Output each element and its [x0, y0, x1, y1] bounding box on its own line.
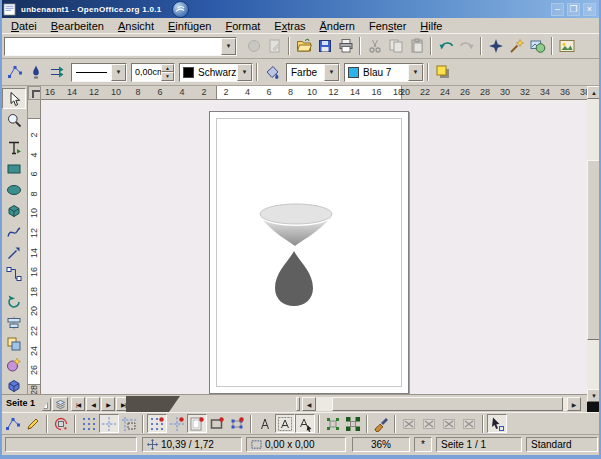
cut-button[interactable] — [364, 36, 385, 56]
scroll-left-button[interactable]: ◀ — [302, 397, 316, 411]
pick-object-button[interactable] — [487, 414, 507, 433]
rectangle-button[interactable] — [2, 158, 26, 179]
scroll-down-button[interactable]: ▼ — [587, 389, 601, 402]
fill-style-dropdown-button[interactable]: ▼ — [324, 64, 339, 81]
redo-button[interactable] — [456, 36, 477, 56]
edit-file-button[interactable] — [264, 36, 285, 56]
page[interactable] — [209, 111, 409, 394]
zoom-tool-icon — [6, 112, 22, 128]
zoom-button[interactable] — [506, 36, 527, 56]
snap-to-grid-button[interactable] — [147, 414, 167, 433]
print-button[interactable] — [335, 36, 356, 56]
line-ends-button[interactable] — [46, 62, 67, 82]
tab-nav-previous-button[interactable]: ◀ — [86, 397, 100, 411]
connector-button[interactable] — [2, 263, 26, 284]
menu-item-ansicht[interactable]: Ansicht — [111, 20, 161, 32]
canvas[interactable] — [41, 100, 587, 394]
url-input[interactable] — [5, 39, 221, 54]
line-style-select[interactable]: ▼ — [71, 63, 127, 82]
objects-3d-button[interactable] — [2, 200, 26, 221]
line-pen-button[interactable] — [25, 62, 46, 82]
menu-item-extras[interactable]: Extras — [267, 20, 312, 32]
show-helplines-button[interactable] — [99, 414, 119, 433]
arrange-button[interactable] — [2, 333, 26, 354]
shadow-button[interactable] — [432, 62, 453, 82]
maximize-button[interactable]: ❐ — [567, 3, 580, 16]
zoom-tool-button[interactable] — [2, 109, 26, 130]
menu-item-format[interactable]: Format — [218, 20, 267, 32]
line-style-dropdown-button[interactable]: ▼ — [111, 64, 126, 81]
menu-item-bearbeiten[interactable]: Bearbeiten — [44, 20, 111, 32]
create-perspective-button[interactable] — [459, 414, 479, 433]
navigator-button[interactable] — [485, 36, 506, 56]
vertical-scrollbar[interactable]: ▲ ▼ — [587, 86, 601, 402]
edit-points-button[interactable] — [3, 414, 23, 433]
create-3d-button[interactable] — [439, 414, 459, 433]
area-fill-button[interactable] — [261, 62, 282, 82]
show-grid-button[interactable] — [79, 414, 99, 433]
line-width-value[interactable]: 0,00cm — [132, 64, 161, 81]
status-zoom-field[interactable]: 36% — [352, 437, 410, 452]
rotation-mode-button[interactable] — [51, 414, 71, 433]
line-width-stepper[interactable]: 0,00cm ▲ ▼ — [131, 63, 175, 82]
tabbar-splitter[interactable] — [296, 397, 300, 411]
snap-to-object-points-button[interactable] — [227, 414, 247, 433]
horizontal-scroll-thumb[interactable] — [332, 397, 563, 411]
fill-color-dropdown-button[interactable]: ▼ — [408, 64, 423, 81]
view-layer-button[interactable] — [52, 397, 68, 411]
url-dropdown-button[interactable]: ▼ — [221, 38, 236, 55]
fill-style-select[interactable]: Farbe ▼ — [286, 63, 340, 82]
close-button[interactable]: × — [583, 3, 596, 16]
stop-button[interactable] — [243, 36, 264, 56]
undo-button[interactable] — [435, 36, 456, 56]
create-rotated-button[interactable] — [399, 414, 419, 433]
horizontal-scroll-track[interactable] — [316, 397, 567, 411]
lines-arrows-button[interactable] — [2, 242, 26, 263]
menu-item-fenster[interactable]: Fenster — [362, 20, 413, 32]
copy-button[interactable] — [385, 36, 406, 56]
paste-button[interactable] — [406, 36, 427, 56]
menu-item-hilfe[interactable]: Hilfe — [413, 20, 449, 32]
funnel-drop-drawing[interactable] — [251, 199, 341, 311]
snap-to-helplines-button[interactable] — [167, 414, 187, 433]
quick-edit-button[interactable] — [255, 414, 275, 433]
tab-nav-next-button[interactable]: ▶ — [101, 397, 115, 411]
tab-nav-first-button[interactable]: |◀ — [71, 397, 85, 411]
simple-handles-button[interactable] — [323, 414, 343, 433]
large-handles-button[interactable] — [343, 414, 363, 433]
save-button[interactable] — [314, 36, 335, 56]
line-color-dropdown-button[interactable]: ▼ — [237, 64, 252, 81]
line-color-select[interactable]: Schwarz ▼ — [179, 63, 253, 82]
select-button[interactable] — [2, 88, 26, 109]
ellipse-button[interactable] — [2, 179, 26, 200]
scroll-right-button[interactable]: ▶ — [567, 397, 581, 411]
3d-controller-button[interactable] — [2, 375, 26, 396]
vertical-scroll-thumb[interactable] — [587, 160, 601, 340]
open-icon — [296, 38, 312, 54]
dblclick-edit-text-button[interactable] — [295, 414, 315, 433]
menu-item-datei[interactable]: Datei — [4, 20, 44, 32]
curve-button[interactable] — [2, 221, 26, 242]
scroll-up-button[interactable]: ▲ — [587, 86, 601, 99]
rotate-button[interactable] — [2, 291, 26, 312]
modify-with-attributes-button[interactable] — [371, 414, 391, 433]
line-width-down-button[interactable]: ▼ — [161, 72, 174, 81]
menu-item-einfügen[interactable]: Einfügen — [161, 20, 218, 32]
minimize-button[interactable]: – — [551, 3, 564, 16]
helplines-while-moving-button[interactable] — [119, 414, 139, 433]
open-button[interactable] — [293, 36, 314, 56]
snap-to-object-border-button[interactable] — [207, 414, 227, 433]
direct-edit-button[interactable] — [23, 414, 43, 433]
alignment-button[interactable] — [2, 312, 26, 333]
menu-item-ändern[interactable]: Ändern — [313, 20, 362, 32]
select-text-area-button[interactable] — [275, 414, 295, 433]
create-mirrored-button[interactable] — [419, 414, 439, 433]
effects-button[interactable] — [2, 354, 26, 375]
snap-to-margins-button[interactable] — [187, 414, 207, 433]
fill-color-select[interactable]: Blau 7 ▼ — [344, 63, 424, 82]
line-width-up-button[interactable]: ▲ — [161, 64, 174, 73]
text-button[interactable] — [2, 137, 26, 158]
gallery-button[interactable] — [527, 36, 548, 56]
insert-image-button[interactable] — [556, 36, 577, 56]
edit-points-button[interactable] — [4, 62, 25, 82]
